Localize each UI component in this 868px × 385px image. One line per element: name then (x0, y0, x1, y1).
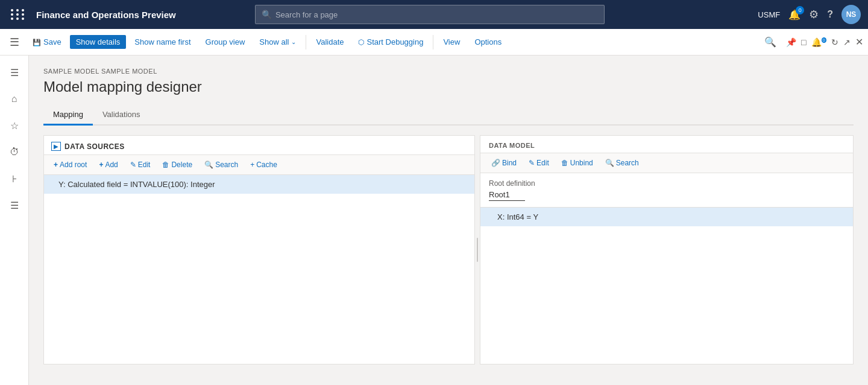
debug-icon: ⬡ (358, 38, 364, 46)
datamodel-panel: DATA MODEL 🔗 Bind ✎ Edit 🗑 Unbind (480, 135, 854, 364)
validate-button[interactable]: Validate (310, 35, 350, 49)
tab-validations[interactable]: Validations (93, 105, 150, 126)
sidebar-item-favorites[interactable]: ☆ (2, 113, 27, 138)
hamburger-icon[interactable]: ☰ (5, 36, 24, 49)
clock-icon: ⏱ (10, 147, 19, 158)
delete-button[interactable]: 🗑 Delete (157, 159, 197, 171)
unbind-button[interactable]: 🗑 Unbind (556, 157, 598, 169)
cache-button[interactable]: + Cache (245, 159, 282, 171)
close-icon[interactable]: ✕ (855, 36, 863, 48)
env-label: USMF (758, 10, 780, 19)
main-content: SAMPLE MODEL SAMPLE MODEL Model mapping … (29, 56, 868, 385)
dm-search-button[interactable]: 🔍 Search (600, 157, 644, 169)
open-external-icon[interactable]: ↗ (843, 37, 851, 47)
cmd-divider-2 (433, 35, 433, 49)
panels: ▶ DATA SOURCES + Add root + Add ✎ Edit (43, 135, 854, 364)
add-root-button[interactable]: + Add root (49, 159, 92, 171)
search-input[interactable] (275, 10, 598, 19)
settings-icon[interactable]: ⚙ (809, 8, 819, 21)
panel-play-icon: ▶ (51, 142, 61, 151)
tab-mapping[interactable]: Mapping (43, 105, 93, 126)
view-button[interactable]: View (437, 35, 466, 49)
tabs: Mapping Validations (43, 105, 854, 126)
root-definition-value: Root1 (489, 190, 525, 201)
link-icon: 🔗 (491, 159, 500, 167)
show-name-first-button[interactable]: Show name first (128, 35, 197, 49)
delete-icon: 🗑 (162, 161, 169, 169)
add-root-icon: + (54, 161, 58, 169)
app-title: Finance and Operations Preview (36, 10, 176, 20)
hamburger-icon: ☰ (10, 67, 19, 78)
search-icon: 🔍 (262, 10, 272, 19)
list-icon: ☰ (10, 200, 19, 211)
nav-right: USMF 🔔 0 ⚙ ? NS (758, 5, 861, 24)
root-definition-label: Root definition (489, 179, 844, 188)
unbind-icon: 🗑 (561, 159, 568, 167)
save-button[interactable]: Save (27, 35, 68, 49)
cmd-search-icon[interactable]: 🔍 (760, 34, 781, 50)
cache-icon: + (250, 161, 254, 169)
root-definition-section: Root definition Root1 (480, 173, 853, 208)
add-icon: + (99, 161, 103, 169)
notification-count: 0 (796, 6, 804, 14)
command-bar: ☰ Save Show details Show name first Grou… (0, 29, 868, 56)
sidebar-item-list[interactable]: ☰ (2, 193, 27, 217)
panel-divider[interactable] (475, 135, 480, 364)
datasources-header: ▶ DATA SOURCES (44, 136, 474, 155)
notifications-bar-icon[interactable]: 🔔0 (811, 37, 826, 47)
datamodel-row-0[interactable]: X: Int64 = Y (480, 208, 853, 226)
home-icon: ⌂ (11, 94, 17, 104)
help-icon[interactable]: ? (827, 9, 833, 20)
grid-icon: ⊦ (12, 173, 17, 185)
datasource-row-0[interactable]: Y: Calculated field = INTVALUE(100): Int… (44, 175, 474, 194)
datasources-toolbar: + Add root + Add ✎ Edit 🗑 Delete (44, 155, 474, 175)
ds-search-icon: 🔍 (204, 161, 213, 169)
expand-icon[interactable]: □ (801, 37, 806, 47)
datamodel-header: DATA MODEL (480, 136, 853, 153)
user-avatar[interactable]: NS (841, 5, 861, 24)
refresh-icon[interactable]: ↻ (831, 37, 838, 47)
datasources-title: DATA SOURCES (64, 142, 125, 151)
bind-button[interactable]: 🔗 Bind (486, 157, 521, 169)
app-layout: ☰ ⌂ ☆ ⏱ ⊦ ☰ SAMPLE MODEL SAMPLE MODEL Mo… (0, 56, 868, 385)
pin-icon[interactable]: 📌 (786, 37, 796, 47)
datasources-panel: ▶ DATA SOURCES + Add root + Add ✎ Edit (43, 135, 475, 364)
save-icon (33, 37, 41, 46)
datamodel-toolbar: 🔗 Bind ✎ Edit 🗑 Unbind 🔍 Search (480, 153, 853, 173)
sidebar-item-workspaces[interactable]: ⊦ (2, 167, 27, 191)
edit-icon: ✎ (130, 161, 136, 169)
sidebar-item-recent[interactable]: ⏱ (2, 140, 27, 164)
dm-search-icon: 🔍 (605, 159, 614, 167)
apps-grid-icon[interactable] (7, 5, 29, 24)
sidebar: ☰ ⌂ ☆ ⏱ ⊦ ☰ (0, 56, 29, 385)
show-details-button[interactable]: Show details (70, 35, 127, 49)
divider-line (477, 238, 478, 262)
dm-edit-button[interactable]: ✎ Edit (524, 157, 554, 169)
show-all-button[interactable]: Show all ⌄ (253, 35, 302, 49)
page-title: Model mapping designer (43, 78, 854, 95)
sidebar-item-home[interactable]: ⌂ (2, 87, 27, 111)
sidebar-item-hamburger[interactable]: ☰ (2, 60, 27, 84)
top-nav: Finance and Operations Preview 🔍 USMF 🔔 … (0, 0, 868, 29)
show-all-chevron: ⌄ (291, 39, 296, 45)
global-search[interactable]: 🔍 (255, 5, 605, 24)
add-button[interactable]: + Add (94, 159, 122, 171)
breadcrumb: SAMPLE MODEL SAMPLE MODEL (43, 68, 854, 75)
dm-edit-icon: ✎ (529, 159, 535, 167)
ds-search-button[interactable]: 🔍 Search (200, 159, 243, 171)
notifications-icon[interactable]: 🔔 0 (788, 9, 800, 21)
options-button[interactable]: Options (468, 35, 508, 49)
edit-button[interactable]: ✎ Edit (125, 159, 156, 171)
group-view-button[interactable]: Group view (200, 35, 251, 49)
star-icon: ☆ (10, 120, 19, 132)
start-debugging-button[interactable]: ⬡ Start Debugging (352, 35, 429, 49)
cmd-divider-1 (306, 35, 306, 49)
